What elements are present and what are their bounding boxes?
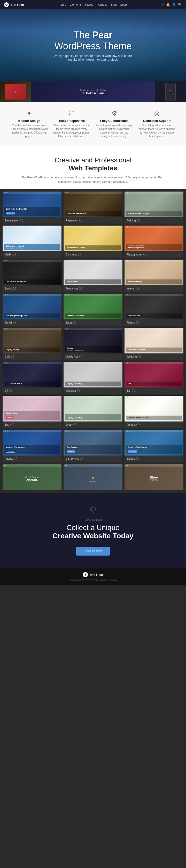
template-card-medic[interactable]: California Hospital Your Health is Our P…	[3, 225, 61, 257]
template-card-cafe[interactable]: Happy Village Cafe i	[3, 328, 61, 360]
info-icon[interactable]: i	[78, 253, 81, 256]
template-thumb-cafe: Happy Village	[3, 328, 61, 353]
template-thumb-presentation: Built with the Pear Kit Get started	[3, 191, 61, 217]
template-card-product[interactable]: Better Apartment Life Product i	[125, 396, 183, 428]
info-icon[interactable]: i	[11, 355, 14, 358]
nav-pages[interactable]: Pages	[85, 3, 93, 6]
template-label-photographer: Photographer i	[125, 251, 183, 257]
navbar-icons: ♡ 🔔 👤 🔍	[161, 3, 182, 6]
template-card-sport[interactable]: Faster & Stronger Sport i	[63, 293, 123, 326]
info-icon[interactable]: i	[73, 321, 76, 324]
search-icon[interactable]: 🔍	[178, 3, 182, 6]
template-thumb-agency: Modern Workspace Learn More	[3, 430, 61, 456]
heart-icon[interactable]: ♡	[161, 3, 164, 6]
nav-shop[interactable]: Shop	[120, 3, 127, 6]
award-card-1[interactable]: Great Beauty AWARDS	[3, 464, 61, 490]
info-icon[interactable]: i	[14, 457, 17, 460]
support-icon: ◎	[138, 110, 176, 117]
hero-content: The PearWordPress Theme 25 high-quality …	[52, 29, 134, 61]
award-templates-row: Great Beauty AWARDS ★ Awards Bistro Fine…	[0, 464, 186, 493]
info-icon[interactable]: i	[132, 389, 135, 392]
template-card-interior[interactable]: Interior Design Interior i	[125, 259, 183, 291]
info-icon[interactable]: i	[136, 321, 139, 324]
modern-design-desc: The theme that contains from 100+ elabor…	[10, 124, 48, 138]
template-thumb-carservice: Car Service Book Now	[63, 430, 123, 456]
showcase-label-top: Made for the Night Clubs	[80, 89, 106, 92]
info-icon[interactable]: i	[20, 219, 23, 222]
info-icon[interactable]: i	[80, 457, 83, 460]
template-label-construct: Construct i	[63, 251, 123, 257]
template-card-freelancer[interactable]: Hey Robert! Freelancer i	[63, 259, 123, 291]
template-card-dj[interactable]: DJ Golden Klaus DJ i	[3, 362, 61, 394]
template-card-photographer[interactable]: Landscape Photographer Jesika Raymond Ph…	[125, 225, 183, 257]
info-icon[interactable]: i	[136, 457, 139, 460]
buy-button[interactable]: Buy The Pear	[76, 547, 109, 556]
nav-elements[interactable]: Elements	[70, 3, 82, 6]
info-icon[interactable]: i	[77, 389, 80, 392]
cta-title: Collect a UniqueCreative Website Today	[16, 524, 170, 540]
award-card-3[interactable]: Bistro Fine Dining	[125, 464, 183, 490]
customizable-title: Fully Customizable	[96, 119, 133, 123]
info-icon[interactable]: i	[79, 219, 82, 222]
template-thumb-freelancer: Hey Robert!	[63, 259, 123, 285]
info-icon[interactable]: i	[73, 423, 77, 426]
info-icon[interactable]: i	[137, 219, 140, 222]
info-icon[interactable]: i	[143, 253, 147, 256]
nav-blog[interactable]: Blog	[111, 3, 116, 6]
showcase-main: Made for the Night Clubs DJ Golden Klaus	[31, 82, 155, 102]
info-icon[interactable]: i	[12, 253, 16, 256]
template-card-spa[interactable]: Orchid Spa Book Now Spa i	[3, 396, 61, 428]
template-card-bar[interactable]: Bar Bar i	[125, 362, 183, 394]
features-section: ✦ Modern Design The theme that contains …	[0, 102, 186, 146]
navbar-logo[interactable]: The Pear	[4, 2, 24, 7]
template-card-wedding[interactable]: Rebecca & Vincent Wedding i	[125, 328, 183, 360]
template-card-building[interactable]: Stylish House Design Building i	[125, 191, 183, 223]
templates-section-title: Creative and ProfessionalWeb Templates	[16, 156, 170, 172]
bell-icon[interactable]: 🔔	[166, 3, 170, 6]
info-icon[interactable]: i	[9, 389, 12, 392]
info-icon[interactable]: i	[138, 355, 141, 358]
template-card-mobileapp[interactable]: Cooky App Store • Google Play Mobile App…	[63, 328, 123, 360]
template-label-interior: Interior i	[125, 285, 183, 291]
info-icon[interactable]: i	[79, 355, 82, 358]
award-card-2[interactable]: ★ Awards	[63, 464, 123, 490]
footer-logo: The Pear	[4, 572, 182, 577]
template-card-agency[interactable]: Modern Workspace Learn More Agency i	[3, 430, 61, 462]
user-icon[interactable]: 👤	[172, 3, 176, 6]
responsive-desc: The theme makes sure that the theme look…	[53, 124, 90, 138]
info-icon[interactable]: i	[13, 287, 16, 290]
template-thumb-event: Welcome to the Happy Morning	[63, 396, 123, 422]
support-desc: Our high quality, dedicated support team…	[138, 124, 176, 138]
info-icon[interactable]: i	[136, 423, 139, 426]
customizable-icon: ⚙	[96, 110, 133, 117]
template-thumb-restaurant: Timicula Restaurant	[63, 191, 123, 217]
modern-design-icon: ✦	[10, 110, 48, 117]
logo-icon	[4, 2, 9, 7]
customizable-desc: Including a drag-and-drop page builder t…	[96, 124, 133, 138]
template-card-carservice[interactable]: Car Service Book Now Car Service i	[63, 430, 123, 462]
feature-support: ◎ Dedicated Support Our high quality, de…	[138, 110, 176, 138]
responsive-title: 100% Responsive	[53, 119, 90, 123]
template-card-fitness[interactable]: Fitness Club Fitness i	[125, 293, 183, 326]
info-icon[interactable]: i	[136, 287, 139, 290]
template-label-fitness: Fitness i	[125, 319, 183, 326]
nav-home[interactable]: Home	[58, 3, 66, 6]
template-card-event[interactable]: Welcome to the Happy Morning Event i	[63, 396, 123, 428]
info-icon[interactable]: i	[10, 423, 14, 426]
info-icon[interactable]: i	[12, 321, 16, 324]
template-card-travel[interactable]: Traveling through life Travel i	[3, 293, 61, 326]
template-label-agency: Agency i	[3, 456, 61, 462]
template-card-studio[interactable]: Our Studio Analyzed Studio i	[3, 259, 61, 291]
template-card-startup[interactable]: Creative Workspace Get Started Startup i	[125, 430, 183, 462]
template-card-musician[interactable]: Happy Morning Musician i	[63, 362, 123, 394]
template-card-presentation[interactable]: Built with the Pear Kit Get started Pres…	[3, 191, 61, 223]
info-icon[interactable]: i	[79, 287, 82, 290]
nav-portfolio[interactable]: Portfolio	[97, 3, 107, 6]
template-thumb-construct: Professional Team	[63, 225, 123, 251]
footer-logo-text: The Pear	[89, 573, 104, 577]
template-thumb-spa: Orchid Spa Book Now	[3, 396, 61, 422]
template-card-construct[interactable]: Professional Team Construct i	[63, 225, 123, 257]
templates-section-header: Creative and ProfessionalWeb Templates T…	[0, 146, 186, 189]
template-label-restaurant: Restaurant i	[63, 217, 123, 223]
template-card-restaurant[interactable]: Timicula Restaurant Restaurant i	[63, 191, 123, 223]
